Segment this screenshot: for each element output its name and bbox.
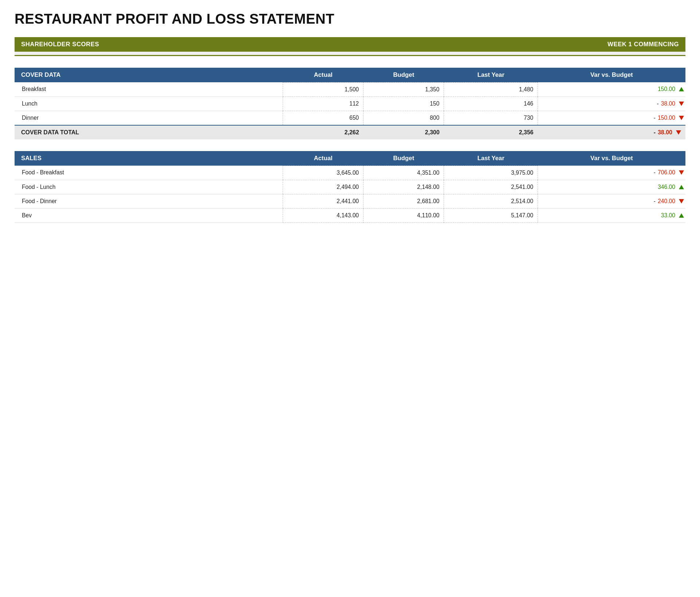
arrow-up-icon [679, 185, 684, 189]
page-title: RESTAURANT PROFIT AND LOSS STATEMENT [15, 11, 685, 27]
sales-row-actual: 2,494.00 [283, 180, 363, 194]
sales-row-var-value: 346.00 [658, 184, 675, 190]
sales-row: Bev 4,143.00 4,110.00 5,147.00 33.00 [15, 208, 685, 222]
cover-row-var-value: 38.00 [661, 100, 675, 107]
cover-data-row: Lunch 112 150 146 - 38.00 [15, 96, 685, 111]
sales-row-actual: 2,441.00 [283, 194, 363, 208]
sales-row-var: 346.00 [538, 180, 685, 194]
arrow-down-icon [679, 102, 684, 106]
sales-row-var-value: 706.00 [658, 169, 675, 176]
cover-data-col-var: Var vs. Budget [538, 68, 685, 83]
sales-row-lastyear: 3,975.00 [444, 166, 538, 180]
sales-col-var: Var vs. Budget [538, 151, 685, 166]
sales-row-label: Food - Breakfast [15, 166, 283, 180]
arrow-down-icon [679, 199, 684, 203]
shareholder-week-label: WEEK 1 COMMENCING [451, 37, 685, 52]
arrow-down-icon [679, 170, 684, 175]
cover-data-total-row: COVER DATA TOTAL 2,262 2,300 2,356 - 38.… [15, 125, 685, 139]
cover-total-var: - 38.00 [538, 125, 685, 139]
cover-total-label: COVER DATA TOTAL [15, 125, 283, 139]
cover-row-lastyear: 146 [444, 96, 538, 111]
cover-row-lastyear: 730 [444, 111, 538, 125]
arrow-up-icon [679, 87, 684, 91]
sales-row-budget: 2,681.00 [363, 194, 444, 208]
cover-row-var: - 38.00 [538, 96, 685, 111]
cover-row-budget: 150 [363, 96, 444, 111]
cover-row-var: 150.00 [538, 82, 685, 96]
shareholder-header-row: SHAREHOLDER SCORES WEEK 1 COMMENCING [15, 37, 685, 52]
sales-row: Food - Lunch 2,494.00 2,148.00 2,541.00 … [15, 180, 685, 194]
sales-row-label: Food - Lunch [15, 180, 283, 194]
sales-row-actual: 4,143.00 [283, 208, 363, 222]
sales-row-var: 33.00 [538, 208, 685, 222]
sales-row: Food - Breakfast 3,645.00 4,351.00 3,975… [15, 166, 685, 180]
cover-data-row: Dinner 650 800 730 - 150.00 [15, 111, 685, 125]
sales-row-dash: - [654, 169, 656, 176]
sales-row-dash: - [654, 198, 656, 205]
cover-data-col-lastyear: Last Year [444, 68, 538, 83]
shareholder-scores-table: SHAREHOLDER SCORES WEEK 1 COMMENCING [15, 37, 685, 56]
cover-total-var-value: 38.00 [658, 129, 672, 136]
cover-data-header: COVER DATA Actual Budget Last Year Var v… [15, 68, 685, 83]
cover-row-actual: 650 [283, 111, 363, 125]
cover-data-section-label: COVER DATA [15, 68, 283, 83]
sales-row: Food - Dinner 2,441.00 2,681.00 2,514.00… [15, 194, 685, 208]
shareholder-section-label: SHAREHOLDER SCORES [15, 37, 451, 52]
sales-row-lastyear: 5,147.00 [444, 208, 538, 222]
sales-header: SALES Actual Budget Last Year Var vs. Bu… [15, 151, 685, 166]
cover-total-budget: 2,300 [363, 125, 444, 139]
sales-row-var: - 706.00 [538, 166, 685, 180]
sales-col-budget: Budget [363, 151, 444, 166]
sales-section-label: SALES [15, 151, 283, 166]
cover-row-var-value: 150.00 [658, 115, 675, 121]
cover-row-dash: - [654, 115, 656, 121]
sales-row-var-value: 33.00 [661, 212, 675, 219]
sales-row-budget: 2,148.00 [363, 180, 444, 194]
cover-total-lastyear: 2,356 [444, 125, 538, 139]
cover-row-label: Dinner [15, 111, 283, 125]
cover-row-label: Lunch [15, 96, 283, 111]
cover-row-budget: 800 [363, 111, 444, 125]
cover-data-col-actual: Actual [283, 68, 363, 83]
arrow-down-icon [676, 130, 681, 135]
sales-row-label: Bev [15, 208, 283, 222]
cover-row-budget: 1,350 [363, 82, 444, 96]
cover-row-actual: 112 [283, 96, 363, 111]
cover-row-label: Breakfast [15, 82, 283, 96]
cover-row-lastyear: 1,480 [444, 82, 538, 96]
arrow-down-icon [679, 116, 684, 120]
sales-row-budget: 4,351.00 [363, 166, 444, 180]
sales-row-lastyear: 2,541.00 [444, 180, 538, 194]
cover-row-actual: 1,500 [283, 82, 363, 96]
cover-total-actual: 2,262 [283, 125, 363, 139]
sales-row-label: Food - Dinner [15, 194, 283, 208]
sales-row-lastyear: 2,514.00 [444, 194, 538, 208]
sales-col-actual: Actual [283, 151, 363, 166]
sales-row-var-value: 240.00 [658, 198, 675, 205]
sales-table: SALES Actual Budget Last Year Var vs. Bu… [15, 151, 685, 223]
cover-data-col-budget: Budget [363, 68, 444, 83]
sales-row-var: - 240.00 [538, 194, 685, 208]
sales-row-budget: 4,110.00 [363, 208, 444, 222]
cover-total-dash: - [654, 129, 656, 136]
cover-data-row: Breakfast 1,500 1,350 1,480 150.00 [15, 82, 685, 96]
cover-row-dash: - [657, 100, 659, 107]
cover-row-var: - 150.00 [538, 111, 685, 125]
sales-row-actual: 3,645.00 [283, 166, 363, 180]
cover-data-table: COVER DATA Actual Budget Last Year Var v… [15, 68, 685, 139]
sales-col-lastyear: Last Year [444, 151, 538, 166]
arrow-up-icon [679, 213, 684, 218]
cover-row-var-value: 150.00 [658, 86, 675, 92]
